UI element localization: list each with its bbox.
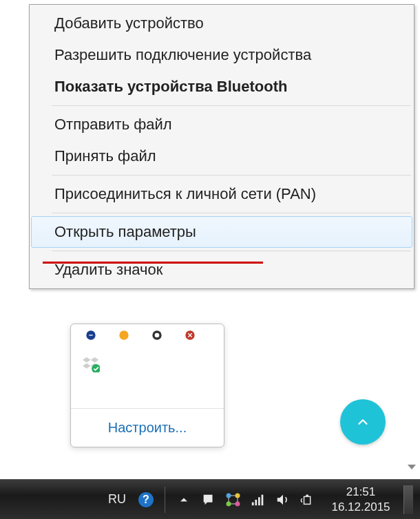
svg-text:?: ? xyxy=(143,494,149,505)
menu-separator xyxy=(52,213,411,213)
menu-separator xyxy=(52,251,411,251)
svg-rect-16 xyxy=(252,502,254,505)
scroll-down-icon xyxy=(408,465,416,469)
svg-point-3 xyxy=(155,333,160,338)
tray-icon-generic[interactable] xyxy=(148,330,166,348)
svg-point-11 xyxy=(235,501,240,506)
tray-icon-generic[interactable] xyxy=(82,330,100,348)
menu-show-bluetooth-devices[interactable]: Показать устройства Bluetooth xyxy=(31,71,412,103)
help-icon[interactable]: ? xyxy=(137,491,155,509)
power-icon[interactable] xyxy=(299,491,317,509)
scroll-top-button[interactable] xyxy=(340,399,386,445)
annotation-underline xyxy=(43,262,263,264)
tray-icon-generic[interactable] xyxy=(115,330,133,348)
menu-open-settings[interactable]: Открыть параметры xyxy=(31,216,412,248)
page-scrollbar[interactable] xyxy=(405,324,419,475)
menu-receive-file[interactable]: Принять файл xyxy=(31,140,412,172)
tray-icons-row xyxy=(71,349,224,374)
menu-separator xyxy=(52,175,411,176)
svg-point-1 xyxy=(119,330,128,339)
svg-rect-17 xyxy=(255,500,257,505)
tray-configure-link[interactable]: Настроить... xyxy=(71,409,224,447)
svg-rect-20 xyxy=(304,496,311,504)
svg-point-8 xyxy=(227,493,231,498)
svg-rect-21 xyxy=(306,494,308,496)
svg-rect-18 xyxy=(258,497,260,505)
show-desktop-button[interactable] xyxy=(403,485,413,514)
dropbox-icon[interactable] xyxy=(82,354,100,372)
clock-date: 16.12.2015 xyxy=(328,500,394,514)
svg-point-9 xyxy=(235,493,240,498)
taskbar-divider xyxy=(165,487,165,513)
taskbar: RU ? xyxy=(0,479,420,519)
show-hidden-icons-icon[interactable] xyxy=(175,491,193,509)
clock-time: 21:51 xyxy=(328,485,394,499)
tray-overflow-popup: Настроить... xyxy=(70,324,224,447)
menu-allow-connection[interactable]: Разрешить подключение устройства xyxy=(31,39,412,71)
menu-join-pan[interactable]: Присоединиться к личной сети (PAN) xyxy=(31,178,412,210)
signal-icon[interactable] xyxy=(249,491,267,509)
menu-add-device[interactable]: Добавить устройство xyxy=(31,8,412,39)
menu-remove-icon[interactable]: Удалить значок xyxy=(31,254,412,286)
svg-rect-19 xyxy=(262,494,264,505)
action-center-icon[interactable] xyxy=(200,491,218,509)
tray-icon-generic[interactable] xyxy=(181,330,199,348)
tray-icons-row xyxy=(71,324,224,349)
menu-separator xyxy=(52,105,411,106)
volume-icon[interactable] xyxy=(274,491,292,509)
network-icon[interactable] xyxy=(224,491,242,509)
language-indicator[interactable]: RU xyxy=(108,492,126,507)
chevron-up-icon xyxy=(355,414,370,430)
taskbar-clock[interactable]: 21:51 16.12.2015 xyxy=(328,485,394,514)
svg-point-10 xyxy=(227,501,231,506)
menu-send-file[interactable]: Отправить файл xyxy=(31,109,412,140)
bluetooth-context-menu: Добавить устройство Разрешить подключени… xyxy=(29,4,414,289)
